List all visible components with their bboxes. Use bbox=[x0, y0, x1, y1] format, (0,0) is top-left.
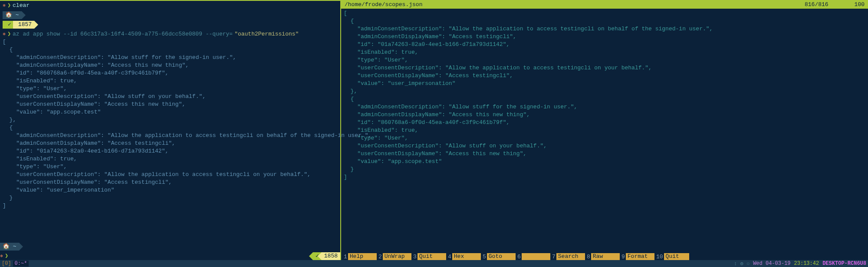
status-time: 23:13:42 bbox=[794, 260, 819, 267]
bottom-left-status: 🏠 ~ ⎈ ❯ ✓ 1858 bbox=[0, 241, 340, 260]
history-number-2: 1858 bbox=[322, 252, 340, 260]
prompt-line-2: ⎈ ❯ az ad app show --id 66c317a3-16f4-45… bbox=[3, 30, 338, 38]
fn-num: 3 bbox=[412, 254, 418, 260]
hostname: DESKTOP-RCN6U8 bbox=[822, 260, 866, 267]
fn-key-3[interactable]: 3Quit bbox=[412, 253, 446, 260]
editor-right-pane[interactable]: /home/frode/scopes.json 816/816 100 [ { … bbox=[341, 1, 868, 260]
fn-label: Quit bbox=[418, 253, 446, 260]
editor-function-keys: 1Help 2UnWrap 3Quit 4Hex 5Goto 6 7Search… bbox=[341, 253, 868, 260]
fn-label: Raw bbox=[591, 253, 620, 260]
fn-label: UnWrap bbox=[383, 253, 411, 260]
fn-label: Hex bbox=[452, 253, 481, 260]
tmux-status-bar: [0] 0:~* ↕ ⚙ ○ Wed 04-03-19 23:13:42 DES… bbox=[0, 260, 868, 267]
fn-label: Format bbox=[626, 253, 654, 260]
fn-num: 6 bbox=[516, 254, 522, 260]
fn-num: 7 bbox=[551, 254, 556, 260]
file-position: 816/816 bbox=[805, 2, 829, 8]
history-number-1: 1857 bbox=[13, 21, 34, 29]
fn-num: 1 bbox=[343, 254, 348, 260]
home-segment: 🏠 ~ bbox=[3, 11, 22, 19]
shell-icon: ⎈ bbox=[3, 30, 6, 38]
fn-label: Help bbox=[348, 253, 377, 260]
fn-num: 10 bbox=[655, 254, 664, 260]
fn-num: 5 bbox=[482, 254, 487, 260]
json-output-right: [ { "adminConsentDescription": "Allow th… bbox=[341, 9, 868, 182]
fn-key-10[interactable]: 10Quit bbox=[655, 253, 689, 260]
fn-label: Search bbox=[556, 253, 585, 260]
home-tilde-2: ~ bbox=[13, 243, 16, 250]
fn-key-9[interactable]: 9Format bbox=[621, 253, 654, 260]
prompt-arrow: ❯ bbox=[7, 30, 11, 38]
shell-icon: ⎈ bbox=[0, 252, 3, 260]
shell-icon: ⎈ bbox=[3, 2, 6, 10]
window-tab[interactable]: 0:~* bbox=[13, 260, 29, 267]
session-indicator[interactable]: [0] bbox=[2, 260, 11, 267]
prompt-arrow: ❯ bbox=[5, 252, 8, 260]
status-icons: ↕ ⚙ ○ bbox=[734, 260, 750, 267]
fn-label: Goto bbox=[487, 253, 516, 260]
fn-key-2[interactable]: 2UnWrap bbox=[378, 253, 411, 260]
fn-key-5[interactable]: 5Goto bbox=[482, 253, 516, 260]
fn-key-4[interactable]: 4Hex bbox=[447, 253, 481, 260]
status-date: Wed 04-03-19 bbox=[753, 260, 790, 267]
prompt-arrow: ❯ bbox=[7, 2, 11, 10]
fn-num: 4 bbox=[447, 254, 452, 260]
fn-key-7[interactable]: 7Search bbox=[551, 253, 585, 260]
json-output-left: [ { "adminConsentDescription": "Allow st… bbox=[3, 38, 338, 210]
powerline-segment-2: ✓ 1857 bbox=[3, 21, 338, 29]
fn-label bbox=[522, 253, 550, 260]
fn-key-6[interactable]: 6 bbox=[516, 253, 550, 260]
fn-num: 9 bbox=[621, 254, 626, 260]
fn-label: Quit bbox=[664, 253, 689, 260]
home-segment-2: 🏠 ~ bbox=[0, 243, 19, 251]
az-command: az ad app show --id 66c317a3-16f4-4509-a… bbox=[13, 30, 233, 38]
query-string: "oauth2Permissions" bbox=[234, 30, 299, 38]
home-tilde: ~ bbox=[16, 12, 19, 18]
fn-key-1[interactable]: 1Help bbox=[343, 253, 377, 260]
check-segment: ✓ bbox=[3, 21, 13, 29]
fn-key-8[interactable]: 8Raw bbox=[586, 253, 620, 260]
powerline-segment-1: 🏠 ~ bbox=[3, 11, 338, 19]
prompt-line-1: ⎈ ❯ clear bbox=[3, 2, 338, 10]
command-clear: clear bbox=[13, 2, 30, 10]
fn-num: 2 bbox=[378, 254, 383, 260]
fn-num: 8 bbox=[586, 254, 591, 260]
terminal-left-pane[interactable]: ⎈ ❯ clear 🏠 ~ ✓ 1857 ⎈ ❯ az ad app show … bbox=[0, 1, 341, 260]
editor-header: /home/frode/scopes.json 816/816 100 bbox=[341, 1, 868, 9]
file-path: /home/frode/scopes.json bbox=[345, 2, 805, 8]
file-percent: 100 bbox=[855, 2, 865, 8]
